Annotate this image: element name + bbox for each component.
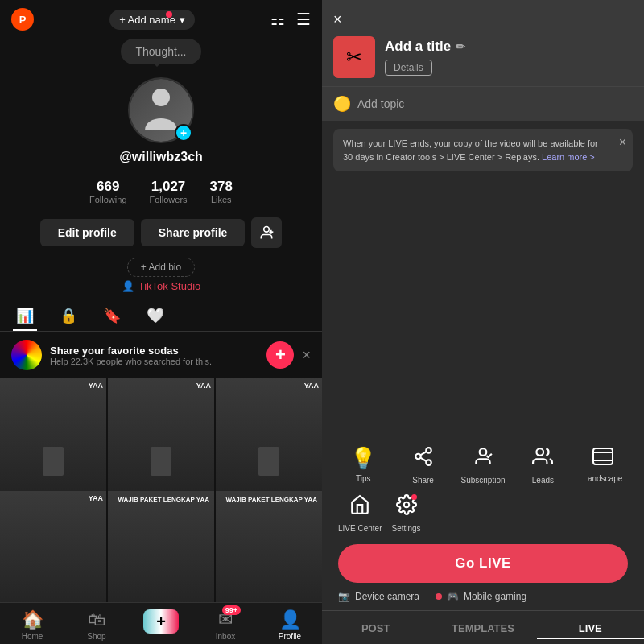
live-title-section: Add a title ✏ Details [385,39,465,76]
nav-create[interactable]: + [129,609,193,641]
suggestion-plus-button[interactable]: + [266,341,294,369]
stats-row: 669 Following 1,027 Followers 378 Likes [0,172,322,211]
svg-rect-5 [151,447,171,476]
go-live-button[interactable]: Go LIVE [338,544,628,583]
table-row[interactable]: YAA [0,491,106,602]
tab-reposts[interactable]: 🔖 [100,302,124,331]
svg-point-1 [264,227,270,233]
camera-icon: 📷 [338,591,350,602]
top-bar: P + Add name ▾ ⚏ ☰ [0,0,322,39]
content-tabs: 📊 🔒 🔖 🤍 [0,299,322,332]
left-panel: P + Add name ▾ ⚏ ☰ Thought... [0,0,322,644]
share-icon [413,446,434,473]
live-tools: 💡 Tips Share Subscription [322,436,644,494]
top-bar-right: ⚏ ☰ [270,10,311,29]
suggestion-close-button[interactable]: × [302,347,311,364]
svg-point-13 [537,448,544,456]
info-banner-text: When your LIVE ends, your copy of the vi… [343,137,609,163]
device-row: 📷 Device camera 🎮 Mobile gaming [322,591,644,610]
info-banner: When your LIVE ends, your copy of the vi… [333,129,633,171]
table-row[interactable]: WAJIB PAKET LENGKAP YAA [216,491,322,602]
live-center-icon [349,494,370,521]
svg-rect-6 [258,447,279,476]
tab-live[interactable]: LIVE [537,619,644,639]
tips-tool[interactable]: 💡 Tips [338,446,388,485]
leads-tool[interactable]: Leads [518,446,568,485]
add-topic-emoji: 🟡 [333,95,351,113]
suggestion-image [11,340,42,370]
svg-line-11 [420,452,426,455]
info-banner-close[interactable]: × [619,135,626,150]
svg-point-17 [403,502,409,508]
live-title-row: ✂ Add a title ✏ Details [333,36,633,78]
nav-inbox[interactable]: ✉ 99+ Inbox [193,609,258,641]
avatar-section: + @williwbz3ch [0,74,322,172]
tab-likes[interactable]: 🤍 [143,302,167,331]
action-buttons: Edit profile Share profile [0,211,322,254]
subscription-icon [473,446,493,473]
landscape-icon [592,446,613,471]
avatar-plus-button[interactable]: + [175,124,192,142]
menu-icon[interactable]: ⚏ [270,10,285,29]
nav-home[interactable]: 🏠 Home [0,609,64,641]
tab-templates[interactable]: TEMPLATES [429,619,536,639]
create-button[interactable]: + [143,609,179,634]
mobile-gaming-option[interactable]: 🎮 Mobile gaming [436,591,526,602]
details-tab[interactable]: Details [385,60,432,76]
nav-profile[interactable]: 👤 Profile [258,609,322,641]
tab-post[interactable]: POST [322,619,429,639]
live-spacer [322,180,644,436]
tiktok-studio-link[interactable]: 👤 TikTok Studio [122,280,201,292]
share-tool[interactable]: Share [398,446,448,485]
mobile-gaming-dot [436,593,442,600]
likes-stat[interactable]: 378 Likes [210,179,233,204]
learn-more-link[interactable]: Learn more > [542,152,595,162]
edit-title-icon[interactable]: ✏ [456,40,465,53]
tab-videos[interactable]: 📊 [13,302,37,331]
video-grid: YAA ▷ 604 YAA ▷ 400 YAA ▷ 560 YAA WAJIB … [0,378,322,602]
live-title: Add a title ✏ [385,39,465,55]
close-live-button[interactable]: × [333,11,342,28]
svg-point-7 [426,448,431,453]
tips-icon: 💡 [350,446,376,471]
svg-point-0 [152,89,170,106]
add-name-button[interactable]: + Add name ▾ [109,10,195,30]
following-stat[interactable]: 669 Following [89,179,126,204]
svg-rect-4 [43,447,64,476]
live-center-tool[interactable]: LIVE Center [338,494,382,533]
notification-dot [166,11,172,18]
landscape-tool[interactable]: Landscape [578,446,628,485]
settings-tool[interactable]: Settings [391,494,420,533]
hamburger-icon[interactable]: ☰ [296,10,311,29]
subscription-tool[interactable]: Subscription [458,446,508,485]
person-svg [141,86,181,134]
settings-icon [396,494,417,521]
edit-profile-button[interactable]: Edit profile [40,219,134,246]
share-profile-button[interactable]: Share profile [141,219,246,246]
live-header: × ✂ Add a title ✏ Details [322,0,644,86]
username: @williwbz3ch [119,150,203,164]
svg-point-8 [415,454,421,460]
followers-stat[interactable]: 1,027 Followers [150,179,188,204]
thought-bubble[interactable]: Thought... [121,39,200,64]
avatar-wrapper: + [128,77,194,143]
home-icon: 🏠 [22,609,43,630]
add-topic-row[interactable]: 🟡 Add topic [322,86,644,121]
profile-nav-icon: 👤 [279,609,301,630]
gaming-icon: 🎮 [447,591,459,602]
right-panel: × ✂ Add a title ✏ Details 🟡 Add topic Wh… [322,0,644,644]
svg-line-10 [420,458,426,461]
leads-icon [532,446,553,473]
device-camera-option[interactable]: 📷 Device camera [338,591,419,602]
bio-section: + Add bio 👤 TikTok Studio [0,254,322,299]
table-row[interactable]: WAJIB PAKET LENGKAP YAA [108,491,214,602]
live-thumbnail: ✂ [333,36,375,78]
tab-private[interactable]: 🔒 [56,302,80,331]
add-friend-button[interactable] [251,217,282,248]
add-friend-icon [258,225,275,241]
shop-icon: 🛍 [88,609,105,630]
profile-icon: P [11,8,34,31]
live-tools-row2: LIVE Center Settings [322,494,644,544]
nav-shop[interactable]: 🛍 Shop [64,609,129,641]
add-bio-button[interactable]: + Add bio [127,258,195,277]
